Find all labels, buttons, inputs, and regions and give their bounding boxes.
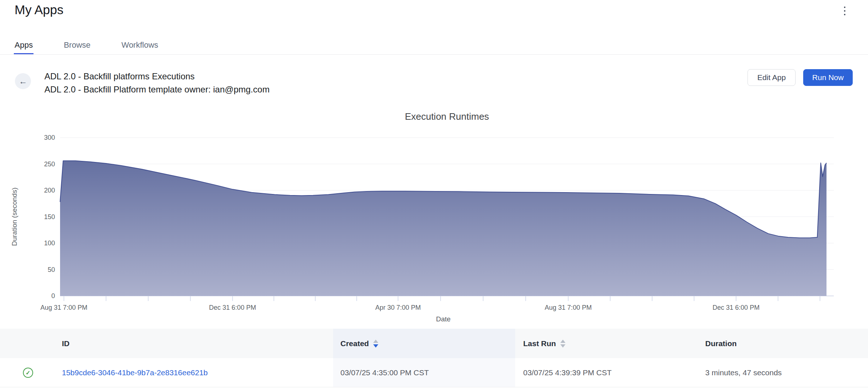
column-header-id: ID — [62, 329, 70, 358]
sort-icon[interactable] — [560, 340, 565, 348]
status-success-icon: ✓ — [23, 368, 33, 378]
sort-icon[interactable] — [373, 340, 378, 348]
column-header-last-run[interactable]: Last Run — [523, 329, 565, 358]
svg-text:Aug 31 7:00 PM: Aug 31 7:00 PM — [40, 304, 87, 311]
column-header-duration: Duration — [705, 329, 737, 358]
run-now-button[interactable]: Run Now — [803, 69, 853, 86]
svg-text:200: 200 — [44, 187, 55, 194]
column-header-created[interactable]: Created — [340, 329, 378, 358]
created-cell: 03/07/25 4:35:00 PM CST — [340, 358, 429, 387]
svg-text:0: 0 — [51, 292, 55, 300]
svg-text:100: 100 — [44, 239, 55, 247]
app-header: ADL 2.0 - Backfill platforms Executions … — [44, 70, 269, 96]
page-title: My Apps — [15, 1, 63, 18]
tab-browse[interactable]: Browse — [64, 36, 90, 54]
svg-text:150: 150 — [44, 213, 55, 221]
svg-text:Dec 31 6:00 PM: Dec 31 6:00 PM — [713, 304, 760, 311]
last-run-cell: 03/07/25 4:39:39 PM CST — [523, 358, 612, 387]
tab-bar: Apps Browse Workflows — [15, 36, 158, 54]
svg-text:Duration (seconds): Duration (seconds) — [11, 187, 18, 246]
sort-asc-icon — [373, 340, 378, 343]
tab-apps[interactable]: Apps — [15, 36, 33, 54]
svg-text:Apr 30 7:00 PM: Apr 30 7:00 PM — [375, 304, 421, 311]
column-header-label: Created — [340, 329, 369, 358]
column-header-label: Last Run — [523, 329, 556, 358]
svg-text:Date: Date — [436, 315, 450, 323]
sort-desc-icon — [373, 344, 378, 348]
app-subtitle: ADL 2.0 - Backfill Platform template own… — [44, 83, 269, 96]
execution-runtimes-chart: 050100150200250300Aug 31 7:00 PMDec 31 6… — [0, 106, 868, 324]
kebab-dot-icon — [844, 10, 845, 12]
tab-bar-divider — [0, 54, 868, 55]
kebab-dot-icon — [844, 14, 845, 15]
column-header-label: ID — [62, 329, 70, 358]
sort-asc-icon — [560, 340, 565, 343]
sort-desc-icon — [560, 344, 565, 348]
svg-text:Dec 31 6:00 PM: Dec 31 6:00 PM — [209, 304, 256, 311]
my-apps-page: My Apps Apps Browse Workflows ← ADL 2.0 … — [0, 0, 868, 388]
column-header-label: Duration — [705, 329, 737, 358]
back-arrow-icon: ← — [19, 76, 27, 86]
svg-text:250: 250 — [44, 161, 55, 168]
edit-app-button[interactable]: Edit App — [747, 69, 796, 86]
tab-workflows[interactable]: Workflows — [122, 36, 158, 54]
svg-text:Aug 31 7:00 PM: Aug 31 7:00 PM — [545, 304, 592, 311]
execution-id-link[interactable]: 15b9cde6-3046-41be-9b7a-2e8316ee621b — [62, 358, 208, 387]
app-title: ADL 2.0 - Backfill platforms Executions — [44, 70, 269, 83]
svg-text:300: 300 — [44, 134, 55, 141]
svg-text:50: 50 — [48, 266, 55, 273]
duration-cell: 3 minutes, 47 seconds — [705, 358, 782, 387]
more-options-button[interactable] — [840, 4, 850, 17]
kebab-dot-icon — [844, 7, 845, 8]
back-button[interactable]: ← — [15, 73, 31, 89]
